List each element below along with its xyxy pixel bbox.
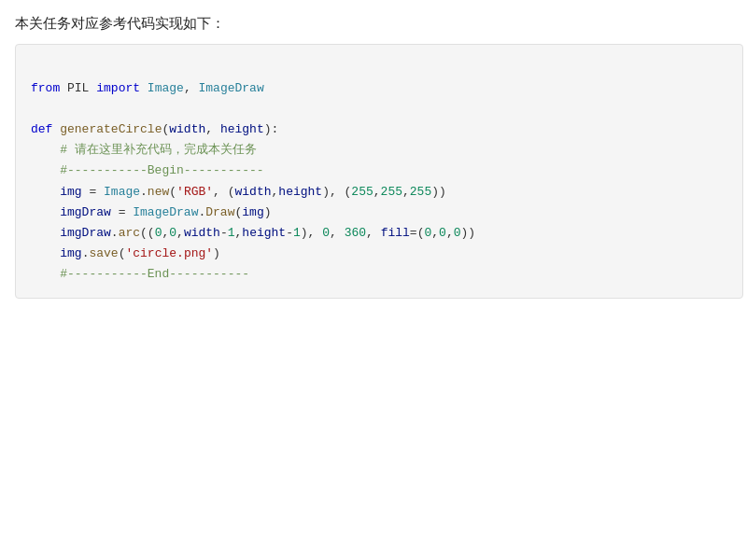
code-line-blank2	[31, 99, 727, 119]
code-line-arc: imgDraw.arc((0,0,width-1,height-1), 0, 3…	[31, 223, 727, 244]
code-line-import: from PIL import Image, ImageDraw	[31, 78, 727, 99]
code-line-img: img = Image.new('RGB', (width,height), (…	[31, 182, 727, 203]
code-block: from PIL import Image, ImageDraw def gen…	[15, 44, 743, 299]
code-line-comment1: # 请在这里补充代码，完成本关任务	[31, 140, 727, 161]
code-line-blank1	[31, 58, 727, 78]
code-line-begin: #-----------Begin-----------	[31, 161, 727, 181]
page-title: 本关任务对应参考代码实现如下：	[15, 15, 732, 33]
code-line-imgdraw: imgDraw = ImageDraw.Draw(img)	[31, 203, 727, 223]
code-line-save: img.save('circle.png')	[31, 244, 727, 264]
code-line-def: def generateCircle(width, height):	[31, 119, 727, 140]
code-line-end: #-----------End-----------	[31, 264, 727, 285]
